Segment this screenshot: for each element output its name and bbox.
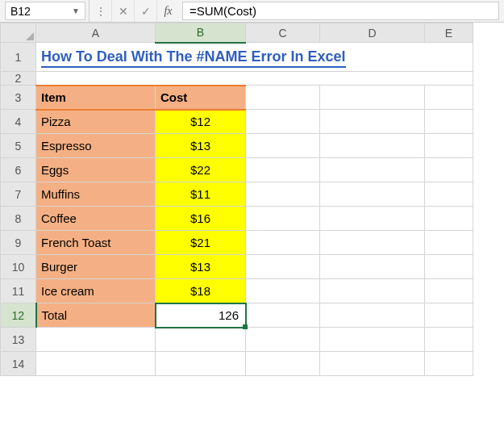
fill-handle[interactable]	[243, 324, 248, 329]
total-label: Total	[42, 308, 68, 322]
cell-E3[interactable]	[425, 86, 473, 110]
cell-A6[interactable]: Eggs	[36, 158, 156, 182]
cell-D12[interactable]	[320, 303, 425, 328]
cell-B6[interactable]: $22	[156, 158, 246, 182]
cell-C6[interactable]	[246, 158, 320, 182]
cell-D11[interactable]	[320, 279, 425, 303]
row-header-9[interactable]: 9	[1, 231, 36, 255]
col-header-B[interactable]: B	[156, 23, 246, 43]
col-header-C[interactable]: C	[246, 23, 320, 43]
cell-E4[interactable]	[425, 110, 473, 134]
cell-C14[interactable]	[246, 352, 320, 376]
cell-A14[interactable]	[36, 352, 156, 376]
cell-E6[interactable]	[425, 158, 473, 182]
confirm-formula-button[interactable]: ✓	[134, 0, 156, 22]
col-header-A[interactable]: A	[36, 23, 156, 43]
cell-A7[interactable]: Muffins	[36, 182, 156, 207]
cell-A5[interactable]: Espresso	[36, 134, 156, 158]
header-cost: Cost	[160, 90, 187, 104]
cell-E12[interactable]	[425, 303, 473, 328]
cell-B9[interactable]: $21	[156, 231, 246, 255]
name-box-dropdown-icon[interactable]: ▼	[70, 6, 81, 17]
fx-icon: fx	[160, 5, 175, 18]
cell-E11[interactable]	[425, 279, 473, 303]
row-header-8[interactable]: 8	[1, 207, 36, 231]
col-header-E[interactable]: E	[425, 23, 473, 43]
row-header-6[interactable]: 6	[1, 158, 36, 182]
row-header-7[interactable]: 7	[1, 182, 36, 207]
cell-E5[interactable]	[425, 134, 473, 158]
col-header-D[interactable]: D	[320, 23, 425, 43]
cancel-formula-button[interactable]: ✕	[111, 0, 134, 22]
fx-button[interactable]: fx	[156, 0, 179, 22]
cell-D9[interactable]	[320, 231, 425, 255]
cell-A12[interactable]: Total	[36, 303, 156, 328]
cell-E14[interactable]	[425, 352, 473, 376]
cell-B11[interactable]: $18	[156, 279, 246, 303]
cell-A1[interactable]: How To Deal With The #NAME Error In Exce…	[36, 43, 473, 72]
cell-E9[interactable]	[425, 231, 473, 255]
cell-D6[interactable]	[320, 158, 425, 182]
cell-C12[interactable]	[246, 303, 320, 328]
row-header-2[interactable]: 2	[1, 72, 36, 86]
cell-E13[interactable]	[425, 328, 473, 352]
cell-C7[interactable]	[246, 182, 320, 207]
cell-C11[interactable]	[246, 279, 320, 303]
cell-B10[interactable]: $13	[156, 255, 246, 279]
cell-A8[interactable]: Coffee	[36, 207, 156, 231]
cell-A3[interactable]: Item	[36, 86, 156, 110]
excel-window: B12 ▼ ⋮ ✕ ✓ fx =SUM(Cost) A B C D E	[0, 0, 504, 435]
check-icon: ✓	[141, 5, 151, 18]
name-box[interactable]: B12 ▼	[5, 2, 85, 20]
row-header-14[interactable]: 14	[1, 352, 36, 376]
cell-B13[interactable]	[156, 328, 246, 352]
row-header-4[interactable]: 4	[1, 110, 36, 134]
cell-D8[interactable]	[320, 207, 425, 231]
cell-A2[interactable]	[36, 72, 473, 86]
cell-C5[interactable]	[246, 134, 320, 158]
spreadsheet-grid[interactable]: A B C D E 1 How To Deal With The #NAME E…	[0, 23, 504, 376]
cell-B3[interactable]: Cost	[156, 86, 246, 110]
cell-A11[interactable]: Ice cream	[36, 279, 156, 303]
cell-A9[interactable]: French Toast	[36, 231, 156, 255]
cell-D10[interactable]	[320, 255, 425, 279]
total-value: 126	[219, 308, 239, 322]
cell-D4[interactable]	[320, 110, 425, 134]
name-box-value: B12	[10, 5, 31, 18]
cell-B7[interactable]: $11	[156, 182, 246, 207]
row-header-10[interactable]: 10	[1, 255, 36, 279]
cell-C8[interactable]	[246, 207, 320, 231]
cancel-icon: ✕	[119, 5, 128, 18]
cell-B12[interactable]: 126	[156, 303, 246, 328]
cell-E7[interactable]	[425, 182, 473, 207]
cell-C4[interactable]	[246, 110, 320, 134]
cell-D13[interactable]	[320, 328, 425, 352]
cell-D3[interactable]	[320, 86, 425, 110]
cell-E8[interactable]	[425, 207, 473, 231]
cell-C10[interactable]	[246, 255, 320, 279]
cell-E10[interactable]	[425, 255, 473, 279]
cell-A4[interactable]: Pizza	[36, 110, 156, 134]
cell-C13[interactable]	[246, 328, 320, 352]
cell-B8[interactable]: $16	[156, 207, 246, 231]
row-header-11[interactable]: 11	[1, 279, 36, 303]
cell-B14[interactable]	[156, 352, 246, 376]
cell-A10[interactable]: Burger	[36, 255, 156, 279]
cell-C3[interactable]	[246, 86, 320, 110]
formula-input[interactable]: =SUM(Cost)	[182, 2, 499, 20]
cell-B5[interactable]: $13	[156, 134, 246, 158]
cell-D7[interactable]	[320, 182, 425, 207]
select-all-corner[interactable]	[1, 23, 36, 43]
row-header-1[interactable]: 1	[1, 43, 36, 72]
row-header-12[interactable]: 12	[1, 303, 36, 328]
cell-B4[interactable]: $12	[156, 110, 246, 134]
cell-C9[interactable]	[246, 231, 320, 255]
cell-A13[interactable]	[36, 328, 156, 352]
formula-bar: B12 ▼ ⋮ ✕ ✓ fx =SUM(Cost)	[0, 0, 504, 23]
cell-D5[interactable]	[320, 134, 425, 158]
row-header-3[interactable]: 3	[1, 86, 36, 110]
row-header-13[interactable]: 13	[1, 328, 36, 352]
header-item: Item	[41, 90, 66, 104]
cell-D14[interactable]	[320, 352, 425, 376]
row-header-5[interactable]: 5	[1, 134, 36, 158]
